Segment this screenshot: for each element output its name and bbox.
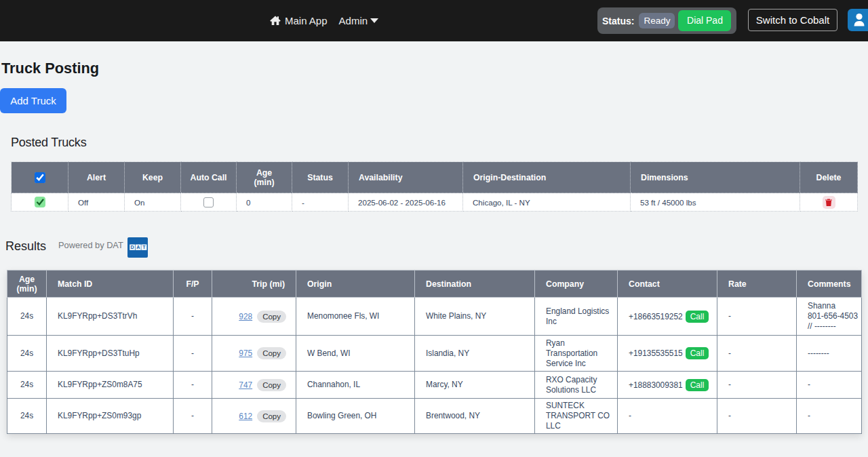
svg-text:T: T	[142, 244, 146, 250]
svg-text:D: D	[131, 244, 134, 250]
svg-text:A: A	[136, 244, 140, 250]
